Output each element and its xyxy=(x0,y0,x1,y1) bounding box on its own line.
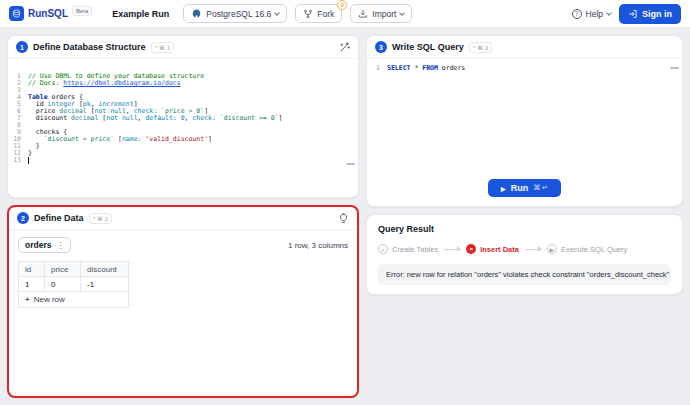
code-line: 7 discount decimal [not null, default: 0… xyxy=(8,115,358,122)
database-logo-icon xyxy=(9,6,24,21)
runsql-logo[interactable]: RunSQL Beta xyxy=(9,6,92,21)
step-number-badge: 1 xyxy=(16,41,28,53)
db-version-label: PostgreSQL 16.6 xyxy=(206,9,271,19)
code-line: 1SELECT * FROM orders xyxy=(367,65,682,72)
fork-button[interactable]: Fork 0 xyxy=(295,4,342,23)
define-structure-panel: 1 Define Database Structure ^ ⌘ 1 1// Us… xyxy=(7,35,359,198)
code-line: 11 } xyxy=(8,143,358,150)
panel-header: 2 Define Data ^ ⌘ 2 xyxy=(9,207,357,230)
plus-icon: + xyxy=(25,295,30,304)
new-row-cell: + New row xyxy=(19,292,129,308)
step-label: Insert Data xyxy=(480,245,519,254)
panel-title: Define Database Structure xyxy=(33,42,146,52)
dbml-code-editor[interactable]: 1// Use DBML to define your database str… xyxy=(8,59,358,197)
sign-in-icon xyxy=(628,9,638,19)
play-icon: ▶ xyxy=(501,185,506,192)
new-row-row: + New row xyxy=(19,292,129,308)
db-version-select[interactable]: PostgreSQL 16.6 xyxy=(183,4,287,23)
execution-steps: ✓Create Tables×Insert Data▶Execute SQL Q… xyxy=(378,244,671,254)
table-row: 10-1 xyxy=(19,277,129,292)
sql-code-editor[interactable]: 1SELECT * FROM orders xyxy=(367,59,682,173)
step-create-tables: ✓Create Tables xyxy=(378,244,438,254)
data-body: orders ⋮ 1 row, 3 columns idpricediscoun… xyxy=(9,230,357,315)
table-cell[interactable]: 0 xyxy=(45,277,81,292)
topbar: RunSQL Beta Example Run PostgreSQL 16.6 … xyxy=(0,0,690,28)
fork-label: Fork xyxy=(317,9,334,19)
table-cell[interactable]: 1 xyxy=(19,277,45,292)
keyboard-shortcut-badge: ^ ⌘ 2 xyxy=(89,213,113,224)
step-connector-arrow xyxy=(444,249,460,250)
sign-in-label: Sign in xyxy=(642,9,672,19)
header-row: idpricediscount xyxy=(19,262,129,277)
chevron-down-icon xyxy=(274,10,280,16)
run-title: Example Run xyxy=(112,9,169,19)
lightbulb-icon[interactable] xyxy=(338,213,349,224)
new-row-button[interactable]: + New row xyxy=(19,292,128,307)
code-line: 2// Docs: https://dbml.dbdiagram.io/docs xyxy=(8,80,358,87)
code-text: `discount < price` [name: 'valid_discoun… xyxy=(28,136,212,143)
write-sql-panel: 3 Write SQL Query ^ ⌘ 3 1SELECT * FROM o… xyxy=(366,35,683,207)
code-line: 13 xyxy=(8,157,358,164)
import-label: Import xyxy=(372,9,396,19)
column-header[interactable]: price xyxy=(45,262,81,277)
step-execute-sql-query: ▶Execute SQL Query xyxy=(547,244,627,254)
step-connector-arrow xyxy=(525,249,541,250)
app-root: RunSQL Beta Example Run PostgreSQL 16.6 … xyxy=(0,0,690,405)
right-column: 3 Write SQL Query ^ ⌘ 3 1SELECT * FROM o… xyxy=(366,35,683,398)
table-head: idpricediscount xyxy=(19,262,129,277)
row-column-summary: 1 row, 3 columns xyxy=(288,241,348,250)
scrollbar-thumb[interactable] xyxy=(670,67,679,69)
run-button[interactable]: ▶ Run ⌘ ↵ xyxy=(488,179,561,197)
panel-header: 1 Define Database Structure ^ ⌘ 1 xyxy=(8,36,358,59)
data-toolbar: orders ⋮ 1 row, 3 columns xyxy=(18,237,348,253)
run-shortcut: ⌘ ↵ xyxy=(533,184,548,192)
code-text: SELECT * FROM orders xyxy=(387,65,465,72)
scrollbar-thumb[interactable] xyxy=(346,163,355,165)
orders-table-chip[interactable]: orders ⋮ xyxy=(18,237,71,253)
table-body: 10-1 xyxy=(19,277,129,292)
code-line: 10 `discount < price` [name: 'valid_disc… xyxy=(8,136,358,143)
chevron-down-icon xyxy=(606,10,612,16)
code-text xyxy=(28,157,29,164)
panel-title: Define Data xyxy=(34,213,84,223)
step-number-badge: 2 xyxy=(17,212,29,224)
run-label: Run xyxy=(511,183,529,193)
run-step-icon: ▶ xyxy=(547,244,557,254)
keyboard-shortcut-badge: ^ ⌘ 3 xyxy=(469,42,493,53)
table-menu-icon[interactable]: ⋮ xyxy=(56,241,64,250)
step-number-badge: 3 xyxy=(375,41,387,53)
code-text: // Docs: https://dbml.dbdiagram.io/docs xyxy=(28,80,181,87)
table-name-label: orders xyxy=(25,240,51,250)
fork-icon xyxy=(303,9,313,19)
new-row-label: New row xyxy=(34,295,65,304)
left-column: 1 Define Database Structure ^ ⌘ 1 1// Us… xyxy=(7,35,359,398)
check-icon: ✓ xyxy=(378,244,388,254)
code-text: discount decimal [not null, default: 0, … xyxy=(28,115,282,122)
data-table: idpricediscount 10-1 + New row xyxy=(18,261,129,308)
format-wand-icon[interactable] xyxy=(339,42,350,53)
panel-header: 3 Write SQL Query ^ ⌘ 3 xyxy=(367,36,682,59)
sign-in-button[interactable]: Sign in xyxy=(619,4,681,24)
code-line: 12} xyxy=(8,150,358,157)
error-message: Error: new row for relation "orders" vio… xyxy=(378,264,671,285)
table-cell[interactable]: -1 xyxy=(81,277,129,292)
column-header[interactable]: discount xyxy=(81,262,129,277)
postgresql-icon xyxy=(191,8,202,19)
define-data-panel: 2 Define Data ^ ⌘ 2 orders ⋮ 1 row, 3 co… xyxy=(7,205,359,398)
line-number: 13 xyxy=(8,157,28,164)
help-button[interactable]: ? Help xyxy=(572,9,611,19)
run-row: ▶ Run ⌘ ↵ xyxy=(367,173,682,206)
import-button[interactable]: Import xyxy=(350,4,412,23)
help-icon: ? xyxy=(572,9,582,19)
table-foot: + New row xyxy=(19,292,129,308)
fork-count-badge: 0 xyxy=(337,0,347,10)
column-header[interactable]: id xyxy=(19,262,45,277)
panel-title: Write SQL Query xyxy=(392,42,464,52)
result-title: Query Result xyxy=(378,224,671,234)
line-number: 1 xyxy=(367,65,387,72)
chevron-down-icon xyxy=(400,10,406,16)
keyboard-shortcut-badge: ^ ⌘ 1 xyxy=(151,42,175,53)
step-label: Create Tables xyxy=(392,245,438,254)
text-cursor xyxy=(28,157,29,164)
main-content: 1 Define Database Structure ^ ⌘ 1 1// Us… xyxy=(0,28,690,405)
